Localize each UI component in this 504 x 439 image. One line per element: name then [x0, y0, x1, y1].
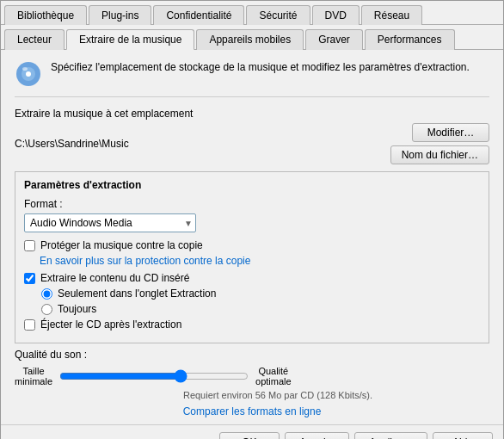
- tab-bibliotheque[interactable]: Bibliothèque: [4, 5, 87, 25]
- format-select[interactable]: Audio Windows Media MP3 WAV (sans perte)…: [24, 213, 196, 232]
- radio-always[interactable]: [41, 304, 52, 315]
- tab-reseau[interactable]: Réseau: [361, 5, 422, 25]
- header-description: Spécifiez l'emplacement de stockage de l…: [51, 60, 470, 75]
- protect-row: Protéger la musique contre la copie: [24, 239, 480, 251]
- protect-link-row: En savoir plus sur la protection contre …: [40, 255, 480, 267]
- location-label: Extraire la musique à cet emplacement: [15, 108, 489, 120]
- svg-point-3: [22, 67, 28, 71]
- location-buttons: Modifier… Nom du fichier…: [390, 123, 489, 164]
- ok-button[interactable]: OK: [219, 432, 280, 439]
- extract-row: Extraire le contenu du CD inséré: [24, 272, 480, 284]
- tab-row-1: Bibliothèque Plug-ins Confidentialité Sé…: [1, 1, 503, 25]
- help-button[interactable]: Aide: [433, 432, 493, 439]
- header-section: Spécifiez l'emplacement de stockage de l…: [15, 60, 489, 97]
- tab-row-2: Lecteur Extraire de la musique Appareils…: [1, 25, 503, 50]
- main-content: Spécifiez l'emplacement de stockage de l…: [1, 50, 503, 424]
- radio-only[interactable]: [41, 288, 52, 300]
- max-sublabel-text: optimale: [255, 376, 292, 386]
- radio-always-label: Toujours: [58, 303, 96, 315]
- min-label: Taille minimale: [15, 366, 52, 386]
- protect-link[interactable]: En savoir plus sur la protection contre …: [40, 255, 250, 267]
- filename-button[interactable]: Nom du fichier…: [390, 145, 489, 164]
- format-label: Format :: [24, 198, 480, 210]
- params-title: Paramètres d'extraction: [24, 179, 480, 191]
- slider-row: Taille minimale Qualité optimale: [15, 366, 489, 386]
- quality-section: Qualité du son : Taille minimale Qualité…: [15, 349, 489, 417]
- extract-checkbox[interactable]: [24, 273, 35, 284]
- dialog-window: Bibliothèque Plug-ins Confidentialité Sé…: [0, 0, 504, 439]
- location-row: C:\Users\Sandrine\Music Modifier… Nom du…: [15, 123, 489, 164]
- tab-graver[interactable]: Graver: [305, 29, 363, 50]
- bottom-bar: OK Annuler Appliquer Aide: [1, 424, 503, 439]
- min-sublabel-text: minimale: [15, 376, 52, 386]
- tab-dvd[interactable]: DVD: [312, 5, 360, 25]
- quality-slider[interactable]: [59, 369, 249, 383]
- tab-lecteur[interactable]: Lecteur: [4, 29, 65, 50]
- eject-row: Éjecter le CD après l'extraction: [24, 318, 480, 331]
- radio-always-row: Toujours: [41, 303, 480, 315]
- min-label-text: Taille: [22, 366, 44, 376]
- tab-confidentialite[interactable]: Confidentialité: [153, 5, 244, 25]
- protect-label: Protéger la musique contre la copie: [40, 239, 203, 251]
- tab-extraire-musique[interactable]: Extraire de la musique: [66, 29, 194, 50]
- tab-securite[interactable]: Sécurité: [246, 5, 310, 25]
- modify-button[interactable]: Modifier…: [412, 123, 489, 142]
- eject-label: Éjecter le CD après l'extraction: [40, 318, 181, 331]
- quality-info: Requiert environ 56 Mo par CD (128 Kbits…: [66, 390, 489, 400]
- cancel-button[interactable]: Annuler: [285, 432, 349, 439]
- quality-title: Qualité du son :: [15, 349, 489, 361]
- location-section: Extraire la musique à cet emplacement C:…: [15, 108, 489, 168]
- location-path: C:\Users\Sandrine\Music: [15, 138, 384, 150]
- compare-link-row: Comparer les formats en ligne: [15, 405, 489, 417]
- radio-only-row: Seulement dans l'onglet Extraction: [41, 288, 480, 300]
- radio-section: Seulement dans l'onglet Extraction Toujo…: [41, 288, 480, 315]
- compare-link[interactable]: Comparer les formats en ligne: [183, 405, 322, 417]
- tab-plugins[interactable]: Plug-ins: [89, 5, 151, 25]
- protect-checkbox[interactable]: [24, 240, 35, 251]
- app-icon: [15, 60, 42, 88]
- svg-point-2: [26, 71, 31, 77]
- format-select-wrapper: Audio Windows Media MP3 WAV (sans perte)…: [24, 213, 196, 232]
- tab-appareils-mobiles[interactable]: Appareils mobiles: [196, 29, 304, 50]
- max-label: Qualité optimale: [255, 366, 292, 386]
- extract-label: Extraire le contenu du CD inséré: [40, 272, 189, 284]
- apply-button[interactable]: Appliquer: [354, 432, 427, 439]
- tab-performances[interactable]: Performances: [365, 29, 455, 50]
- max-label-text: Qualité: [258, 366, 288, 376]
- params-group: Paramètres d'extraction Format : Audio W…: [15, 171, 489, 343]
- radio-only-label: Seulement dans l'onglet Extraction: [58, 288, 216, 300]
- eject-checkbox[interactable]: [24, 319, 35, 331]
